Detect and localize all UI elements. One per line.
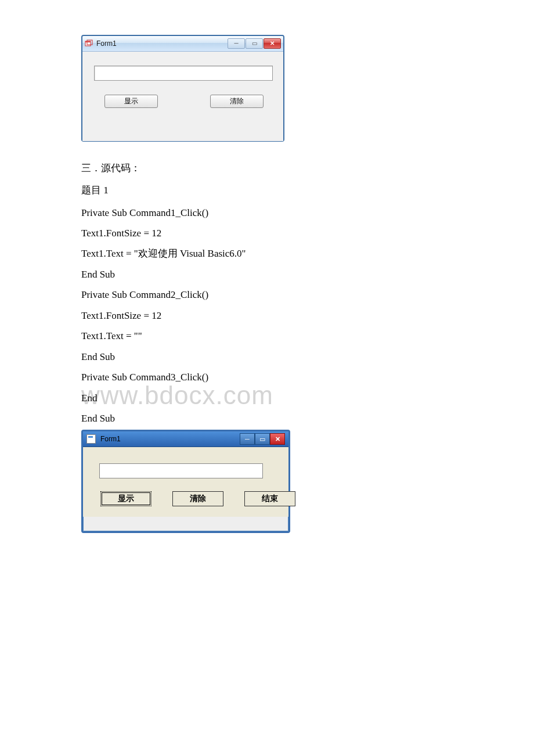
form-icon [85,39,93,48]
clear-button[interactable]: 清除 [210,95,264,108]
form-icon [86,434,96,444]
text-input[interactable] [94,66,273,81]
code-line: Private Sub Command2_Click() [81,286,453,304]
section-heading: 三．源代码： [81,159,453,178]
window-title: Form1 [100,435,240,443]
titlebar[interactable]: Form1 ─ ▭ ✕ [83,431,288,447]
code-line: Private Sub Command1_Click() [81,204,453,222]
subheading: 题目 1 [81,181,453,200]
show-button[interactable]: 显示 [104,95,158,108]
code-line: Private Sub Command3_Click() [81,368,453,386]
window-controls: ─ ▭ ✕ [228,38,281,49]
window-form1-bottom: Form1 ─ ▭ ✕ 显示 清除 结束 [81,430,290,533]
button-row: 显示 清除 [94,95,272,108]
code-line: Text1.Text = "" [81,327,453,345]
code-line: Text1.Text = "欢迎使用 Visual Basic6.0" [81,244,453,262]
window-form1-top: Form1 ─ ▭ ✕ 显示 清除 [81,35,284,142]
code-line: End Sub [81,409,453,427]
window-body: 显示 清除 结束 [83,447,288,517]
titlebar[interactable]: Form1 ─ ▭ ✕ [82,36,283,52]
code-line: End Sub [81,265,453,283]
code-line: Text1.FontSize = 12 [81,224,453,242]
minimize-button[interactable]: ─ [240,433,255,445]
window-title: Form1 [96,39,228,48]
end-button[interactable]: 结束 [244,491,295,506]
svg-rect-2 [85,41,91,42]
window-body: 显示 清除 [82,52,283,141]
show-button[interactable]: 显示 [100,491,151,506]
window-controls: ─ ▭ ✕ [240,433,285,445]
text-input[interactable] [99,463,263,478]
clear-button[interactable]: 清除 [172,491,223,506]
close-button[interactable]: ✕ [270,433,285,445]
minimize-button[interactable]: ─ [228,38,245,49]
button-row: 显示 清除 结束 [95,491,277,506]
maximize-button[interactable]: ▭ [255,433,270,445]
code-line: End [81,389,453,407]
maximize-button[interactable]: ▭ [246,38,263,49]
close-button[interactable]: ✕ [264,38,281,49]
code-line: Text1.FontSize = 12 [81,307,453,325]
code-line: End Sub [81,348,453,366]
